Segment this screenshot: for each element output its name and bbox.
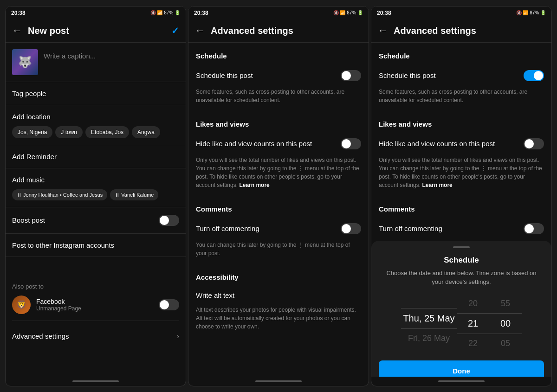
picker-date-top [401, 299, 457, 308]
toggle-circle-boost [160, 216, 169, 225]
boost-toggle[interactable] [159, 215, 179, 226]
chip-jos[interactable]: Jos, Nigeria [12, 126, 52, 138]
caption-input[interactable]: Write a caption... [44, 49, 96, 60]
likes-desc-2: Only you will see the total number of li… [371, 156, 551, 196]
picker-minute-top: 55 [489, 294, 522, 313]
schedule-toggle-label-1: Schedule this post [196, 71, 253, 79]
time-picker: Thu, 25 May Fri, 26 May 20 21 22 55 00 0… [371, 294, 551, 353]
location-chips: Jos, Nigeria J town Etobaba, Jos Angwa [6, 122, 186, 145]
add-reminder-label: Add Reminder [12, 153, 57, 161]
status-bar-2: 20:38 🔇 📶 87% 🔋 [188, 6, 369, 19]
commenting-toggle-1[interactable] [341, 223, 361, 234]
music-chips: ⏸ Jonny Houlihan • Coffee and Jesus ⏸ Va… [6, 186, 186, 207]
sheet-subtitle: Choose the date and time below. Time zon… [371, 269, 551, 287]
picker-date-selected[interactable]: Thu, 25 May [401, 308, 457, 329]
status-time-1: 20:38 [11, 10, 26, 16]
picker-hour-top: 20 [457, 294, 489, 313]
schedule-toggle-2[interactable] [524, 70, 544, 81]
chip-jtown[interactable]: J town [55, 126, 83, 138]
panel-advanced-1: 20:38 🔇 📶 87% 🔋 ← Advanced settings Sche… [188, 6, 369, 386]
add-location-label: Add location [12, 113, 51, 121]
likes-toggle-label-2: Hide like and view counts on this post [379, 139, 518, 148]
likes-toggle-row-1: Hide like and view counts on this post [188, 132, 369, 156]
alt-text-desc: Alt text describes your photos for peopl… [188, 306, 369, 337]
battery-icon-3: 🔇 📶 87% 🔋 [516, 10, 546, 15]
chip-angwa[interactable]: Angwa [132, 126, 160, 138]
post-other-row[interactable]: Post to other Instagram accounts [6, 234, 186, 257]
schedule-toggle-1[interactable] [341, 70, 361, 81]
commenting-toggle-2[interactable] [524, 223, 544, 234]
likes-toggle-2[interactable] [524, 138, 544, 149]
home-indicator-2 [188, 377, 369, 386]
likes-toggle-row-2: Hide like and view counts on this post [371, 132, 551, 156]
music-chip-vaneli[interactable]: ⏸ Vaneli Kalume [110, 189, 158, 200]
status-icons-3: 🔇 📶 87% 🔋 [516, 10, 546, 15]
chip-etobaba[interactable]: Etobaba, Jos [85, 126, 129, 138]
tag-people-label: Tag people [12, 90, 46, 97]
post-other-label: Post to other Instagram accounts [12, 241, 114, 249]
comments-header-2: Comments [371, 196, 551, 217]
likes-header-2: Likes and views [371, 111, 551, 132]
battery-icon-2: 🔇 📶 87% 🔋 [333, 10, 363, 15]
home-bar-3 [438, 380, 485, 382]
fb-info: Facebook Unmanaged Page [36, 298, 153, 312]
learn-more-1[interactable]: Learn more [239, 182, 269, 188]
commenting-desc-1: You can change this later by going to th… [188, 241, 369, 264]
music-chip-jonny[interactable]: ⏸ Jonny Houlihan • Coffee and Jesus [12, 189, 107, 200]
alt-text-row[interactable]: Write alt text [188, 285, 369, 306]
add-reminder-row[interactable]: Add Reminder [6, 145, 186, 168]
caption-area: 🐺 Write a caption... [6, 43, 186, 82]
also-post-section: Also post to 🦁 Facebook Unmanaged Page [6, 276, 186, 325]
add-location-row[interactable]: Add location [6, 105, 186, 122]
toggle-circle-commenting-1 [342, 224, 351, 233]
accessibility-header-1: Accessibility [188, 264, 369, 285]
learn-more-2[interactable]: Learn more [422, 182, 452, 188]
page-title-2: Advanced settings [211, 26, 362, 36]
top-bar-adv2: ← Advanced settings [371, 19, 551, 43]
advanced-settings-label: Advanced settings [12, 332, 69, 340]
boost-post-label: Boost post [12, 216, 45, 224]
toggle-circle-schedule-1 [342, 71, 351, 80]
toggle-circle-schedule-2 [534, 71, 543, 80]
toggle-circle-likes-1 [342, 139, 351, 148]
sheet-handle [453, 246, 470, 248]
fb-toggle[interactable] [159, 299, 179, 310]
toggle-circle-commenting-2 [525, 224, 534, 233]
fb-avatar: 🦁 [12, 296, 31, 314]
schedule-header-1: Schedule [188, 43, 369, 64]
add-music-row[interactable]: Add music [6, 168, 186, 186]
page-title-3: Advanced settings [394, 26, 545, 36]
commenting-toggle-row-2: Turn off commenting [371, 217, 551, 241]
boost-post-row: Boost post [6, 207, 186, 234]
picker-date-bottom: Fri, 26 May [401, 329, 457, 348]
schedule-toggle-label-2: Schedule this post [379, 71, 436, 79]
status-bar-3: 20:38 🔇 📶 87% 🔋 [371, 6, 551, 19]
toggle-circle-likes-2 [525, 139, 534, 148]
facebook-row: 🦁 Facebook Unmanaged Page [12, 296, 179, 321]
status-icons-2: 🔇 📶 87% 🔋 [333, 10, 363, 15]
back-button-3[interactable]: ← [378, 25, 388, 37]
back-button-2[interactable]: ← [195, 25, 205, 37]
picker-hour-selected[interactable]: 21 [457, 313, 489, 334]
back-button-1[interactable]: ← [12, 25, 22, 37]
picker-date-col: Thu, 25 May Fri, 26 May [401, 299, 457, 348]
schedule-header-2: Schedule [371, 43, 551, 64]
checkmark-button[interactable]: ✓ [171, 25, 179, 36]
sheet-title: Schedule [371, 256, 551, 265]
status-bar-1: 20:38 🔇 📶 87% 🔋 [6, 6, 186, 19]
panel-advanced-2: 20:38 🔇 📶 87% 🔋 ← Advanced settings Sche… [371, 6, 552, 386]
adv2-content: Schedule Schedule this post Some feature… [371, 43, 551, 377]
picker-hour-col: 20 21 22 [457, 294, 489, 353]
tag-people-row[interactable]: Tag people [6, 82, 186, 105]
likes-toggle-1[interactable] [341, 138, 361, 149]
picker-minute-selected[interactable]: 00 [489, 313, 522, 334]
adv1-content: Schedule Schedule this post Some feature… [188, 43, 369, 377]
commenting-toggle-label-1: Turn off commenting [196, 225, 259, 232]
advanced-settings-row[interactable]: Advanced settings › [6, 325, 186, 348]
battery-icon-1: 🔇 📶 87% 🔋 [150, 10, 180, 15]
fb-name: Facebook [36, 298, 153, 305]
home-indicator-3 [371, 377, 551, 386]
picker-minute-bottom: 05 [489, 334, 522, 353]
schedule-sheet: Schedule Choose the date and time below.… [371, 241, 551, 377]
done-button[interactable]: Done [379, 360, 544, 377]
